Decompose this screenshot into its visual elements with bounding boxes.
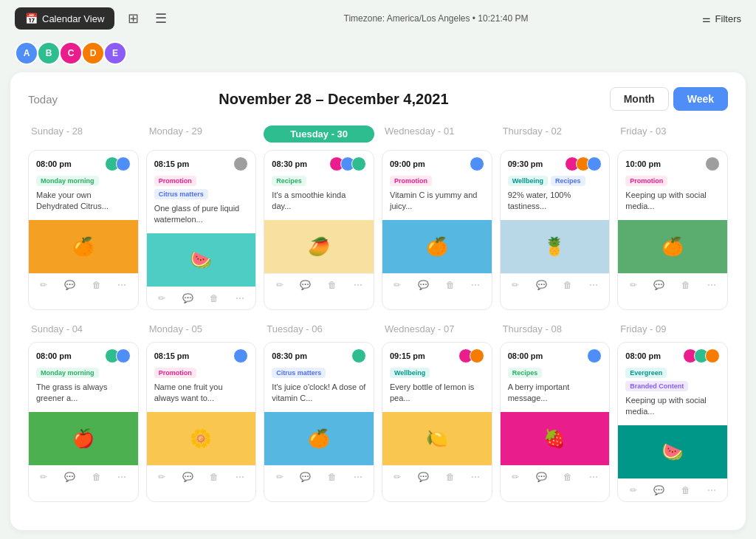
- card-top: 08:15 pm Promotion Citrus matters One gl…: [147, 151, 256, 233]
- comment-button[interactable]: 💬: [650, 484, 667, 497]
- avatar-5[interactable]: E: [103, 41, 127, 65]
- comment-button[interactable]: 💬: [533, 278, 550, 292]
- edit-button[interactable]: ✏: [273, 278, 286, 292]
- delete-button[interactable]: 🗑: [678, 278, 693, 292]
- card-time: 08:00 pm: [36, 351, 72, 360]
- edit-button[interactable]: ✏: [391, 278, 404, 292]
- avatar-3[interactable]: C: [59, 41, 83, 65]
- comment-button[interactable]: 💬: [179, 470, 196, 484]
- avatar-1[interactable]: A: [15, 41, 38, 65]
- more-button[interactable]: ⋯: [114, 470, 129, 484]
- edit-button[interactable]: ✏: [37, 470, 50, 484]
- list-view-button[interactable]: ☰: [152, 7, 170, 30]
- day-label-mon05: Monday - 05: [146, 323, 257, 334]
- card-time: 08:15 pm: [154, 159, 190, 168]
- card-avatar: [116, 157, 131, 171]
- delete-button[interactable]: 🗑: [207, 292, 221, 305]
- card-wed01: 09:00 pm Promotion Vitamin C is yummy an…: [382, 150, 492, 310]
- card-avatar: [116, 349, 131, 363]
- card-actions: ✏ 💬 🗑 ⋯: [501, 465, 610, 488]
- comment-button[interactable]: 💬: [179, 292, 196, 305]
- card-text: One glass of pure liquid watermelon...: [154, 203, 249, 226]
- edit-button[interactable]: ✏: [509, 470, 522, 484]
- card-tag: Promotion: [154, 176, 196, 186]
- card-tag: Promotion: [625, 176, 667, 186]
- card-avatars: [470, 157, 484, 171]
- edit-button[interactable]: ✏: [155, 292, 168, 305]
- filters-button[interactable]: ⚌ Filters: [702, 13, 741, 24]
- comment-button[interactable]: 💬: [533, 470, 550, 484]
- user-avatars-row: A B C D E: [0, 37, 756, 72]
- week-toggle-button[interactable]: Week: [673, 87, 728, 111]
- card-time-row: 10:00 pm: [625, 157, 720, 171]
- edit-button[interactable]: ✏: [627, 278, 640, 292]
- comment-button[interactable]: 💬: [297, 470, 314, 484]
- card-tags: Recipes: [272, 176, 366, 186]
- more-button[interactable]: ⋯: [468, 278, 483, 292]
- card-image: 🍍: [501, 220, 610, 273]
- comment-button[interactable]: 💬: [297, 278, 314, 292]
- delete-button[interactable]: 🗑: [89, 470, 104, 484]
- card-mon05: 08:15 pm Promotion Name one fruit you al…: [146, 342, 257, 502]
- avatar-4[interactable]: D: [81, 41, 105, 65]
- comment-button[interactable]: 💬: [415, 278, 432, 292]
- more-button[interactable]: ⋯: [704, 278, 719, 292]
- card-tags: Citrus matters: [272, 368, 366, 378]
- delete-button[interactable]: 🗑: [325, 278, 340, 292]
- delete-button[interactable]: 🗑: [443, 470, 458, 484]
- more-button[interactable]: ⋯: [351, 470, 365, 484]
- more-button[interactable]: ⋯: [586, 470, 601, 484]
- delete-button[interactable]: 🗑: [89, 278, 104, 292]
- calendar-view-button[interactable]: 📅 Calendar View: [15, 7, 114, 30]
- card-tag: Recipes: [508, 368, 543, 378]
- avatar-2[interactable]: B: [37, 41, 61, 65]
- card-image: 🍊: [618, 220, 727, 273]
- card-top: 09:15 pm Wellbeing Every bottle of lemon…: [382, 343, 492, 412]
- card-avatars: [351, 349, 366, 363]
- delete-button[interactable]: 🗑: [560, 278, 575, 292]
- more-button[interactable]: ⋯: [586, 278, 601, 292]
- more-button[interactable]: ⋯: [114, 278, 129, 292]
- card-text: Every bottle of lemon is pea...: [390, 382, 484, 405]
- more-button[interactable]: ⋯: [233, 292, 247, 305]
- card-actions: ✏ 💬 🗑 ⋯: [147, 286, 256, 309]
- card-wed07: 09:15 pm Wellbeing Every bottle of lemon…: [382, 342, 492, 502]
- comment-button[interactable]: 💬: [61, 470, 78, 484]
- delete-button[interactable]: 🗑: [207, 470, 221, 484]
- grid-view-button[interactable]: ⊞: [125, 7, 142, 30]
- card-tag: Recipes: [272, 176, 306, 186]
- delete-button[interactable]: 🗑: [678, 484, 693, 497]
- comment-button[interactable]: 💬: [61, 278, 78, 292]
- card-time: 08:30 pm: [272, 351, 307, 360]
- week-2-section: Sunday - 04 Monday - 05 Tuesday - 06 Wed…: [28, 323, 728, 502]
- card-tag: Monday morning: [36, 176, 99, 186]
- card-image: 🍊: [382, 220, 492, 273]
- month-toggle-button[interactable]: Month: [610, 87, 669, 111]
- card-avatar: [351, 349, 366, 363]
- edit-button[interactable]: ✏: [509, 278, 522, 292]
- card-tags: Evergreen Branded Content: [625, 368, 720, 391]
- card-tag: Wellbeing: [390, 368, 430, 378]
- edit-button[interactable]: ✏: [273, 470, 286, 484]
- delete-button[interactable]: 🗑: [560, 470, 575, 484]
- card-top: 08:15 pm Promotion Name one fruit you al…: [147, 343, 256, 412]
- card-tag: Promotion: [154, 368, 196, 378]
- card-avatar: [470, 157, 484, 171]
- calendar-view-label: Calendar View: [42, 13, 104, 24]
- edit-button[interactable]: ✏: [37, 278, 50, 292]
- day-label-sun28: Sunday - 28: [28, 126, 139, 143]
- edit-button[interactable]: ✏: [627, 484, 640, 497]
- more-button[interactable]: ⋯: [233, 470, 247, 484]
- card-avatars: [565, 157, 602, 171]
- card-time: 09:15 pm: [390, 351, 425, 360]
- delete-button[interactable]: 🗑: [443, 278, 458, 292]
- edit-button[interactable]: ✏: [155, 470, 168, 484]
- edit-button[interactable]: ✏: [391, 470, 404, 484]
- comment-button[interactable]: 💬: [650, 278, 667, 292]
- delete-button[interactable]: 🗑: [325, 470, 340, 484]
- comment-button[interactable]: 💬: [415, 470, 432, 484]
- more-button[interactable]: ⋯: [704, 484, 719, 497]
- more-button[interactable]: ⋯: [351, 278, 365, 292]
- more-button[interactable]: ⋯: [468, 470, 483, 484]
- top-nav: 📅 Calendar View ⊞ ☰ Timezone: America/Lo…: [0, 0, 756, 37]
